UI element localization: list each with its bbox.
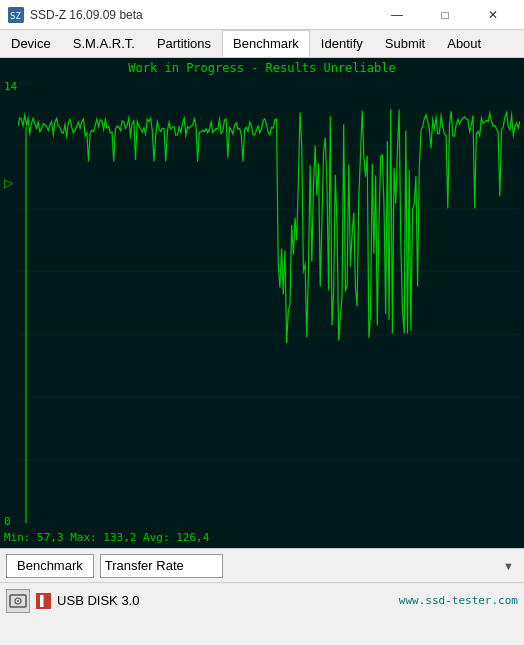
- window-controls: — □ ✕: [374, 0, 516, 30]
- website-label: www.ssd-tester.com: [399, 594, 518, 607]
- dropdown-arrow-icon: ▼: [503, 560, 514, 572]
- chart-header: Work in Progress - Results Unreliable: [0, 58, 524, 78]
- menu-bar: Device S.M.A.R.T. Partitions Benchmark I…: [0, 30, 524, 58]
- status-bar: ▌ USB DISK 3.0 www.ssd-tester.com: [0, 582, 524, 618]
- bottom-controls: Benchmark Transfer Rate Random Read Rand…: [0, 548, 524, 582]
- maximize-button[interactable]: □: [422, 0, 468, 30]
- menu-submit[interactable]: Submit: [374, 30, 436, 57]
- title-bar-left: SZ SSD-Z 16.09.09 beta: [8, 7, 143, 23]
- menu-benchmark[interactable]: Benchmark: [222, 30, 310, 57]
- benchmark-canvas: [18, 78, 520, 528]
- menu-device[interactable]: Device: [0, 30, 62, 57]
- transfer-rate-select[interactable]: Transfer Rate Random Read Random Write S…: [100, 554, 223, 578]
- benchmark-button[interactable]: Benchmark: [6, 554, 94, 578]
- disk-icon: [6, 589, 30, 613]
- close-button[interactable]: ✕: [470, 0, 516, 30]
- app-icon: SZ: [8, 7, 24, 23]
- title-bar: SZ SSD-Z 16.09.09 beta — □ ✕: [0, 0, 524, 30]
- menu-partitions[interactable]: Partitions: [146, 30, 222, 57]
- svg-point-4: [17, 600, 19, 602]
- chart-label-bottom: 0: [4, 515, 11, 528]
- transfer-rate-wrapper: Transfer Rate Random Read Random Write S…: [100, 554, 518, 578]
- svg-text:SZ: SZ: [10, 11, 21, 21]
- menu-about[interactable]: About: [436, 30, 492, 57]
- window-title: SSD-Z 16.09.09 beta: [30, 8, 143, 22]
- menu-smart[interactable]: S.M.A.R.T.: [62, 30, 146, 57]
- minimize-button[interactable]: —: [374, 0, 420, 30]
- disk-badge: ▌: [36, 593, 51, 609]
- chart-area: Work in Progress - Results Unreliable 14…: [0, 58, 524, 548]
- chart-stats: Min: 57,3 Max: 133,2 Avg: 126,4: [4, 531, 209, 544]
- disk-name: USB DISK 3.0: [57, 593, 399, 608]
- chart-arrow-icon: ▷: [4, 176, 13, 190]
- menu-identify[interactable]: Identify: [310, 30, 374, 57]
